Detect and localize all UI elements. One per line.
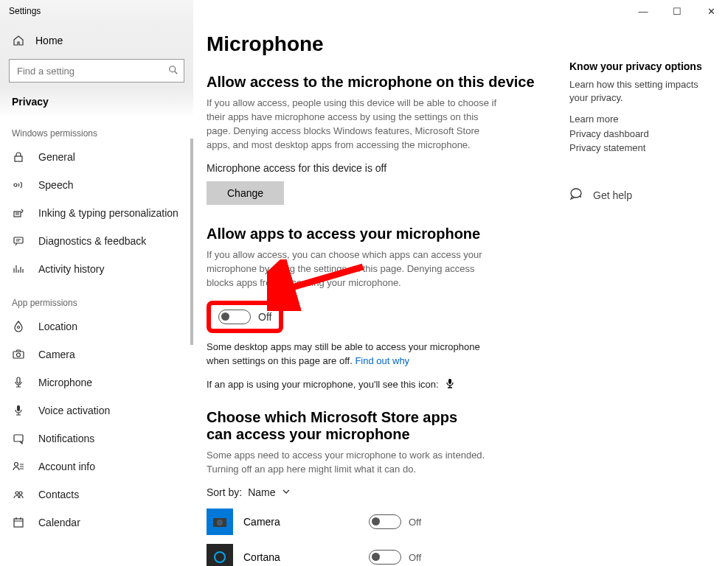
svg-rect-14: [14, 519, 23, 527]
minimize-button[interactable]: —: [626, 0, 660, 22]
get-help-link[interactable]: Get help: [569, 186, 717, 204]
windows-permissions-heading: Windows permissions: [0, 113, 193, 143]
sidebar-item-label: Voice activation: [38, 405, 110, 416]
microphone-icon: [12, 376, 25, 389]
sidebar: Settings Home Privacy Windows permission…: [0, 0, 193, 566]
svg-point-7: [17, 353, 21, 357]
allow-apps-toggle-label: Off: [258, 311, 271, 323]
section-allow-device-heading: Allow access to the microphone on this d…: [207, 74, 561, 91]
voice-activation-icon: [12, 404, 25, 417]
search-icon: [168, 65, 178, 77]
svg-rect-1: [15, 156, 22, 161]
svg-rect-10: [14, 435, 23, 441]
sidebar-item-label: Camera: [38, 349, 75, 360]
maximize-button[interactable]: ☐: [660, 0, 694, 22]
camera-app-icon: [207, 509, 233, 535]
sidebar-item-label: Diagnostics & feedback: [38, 235, 146, 247]
sidebar-item-label: General: [38, 151, 75, 163]
sidebar-item-label: Location: [38, 321, 77, 332]
inking-icon: [12, 206, 25, 220]
sidebar-item-diagnostics[interactable]: Diagnostics & feedback: [0, 227, 193, 255]
notifications-icon: [12, 432, 25, 445]
sort-value: Name: [248, 486, 275, 498]
allow-apps-toggle[interactable]: [218, 310, 251, 324]
cortana-app-icon: [207, 544, 233, 566]
section-store-apps-desc: Some apps need to access your microphone…: [207, 449, 502, 477]
svg-rect-6: [13, 352, 24, 358]
sidebar-item-activity[interactable]: Activity history: [0, 255, 193, 283]
desktop-apps-note: Some desktop apps may still be able to a…: [207, 340, 502, 368]
svg-point-12: [15, 492, 18, 495]
main-content: Microphone Allow access to the microphon…: [207, 0, 561, 566]
privacy-dashboard-link[interactable]: Privacy dashboard: [569, 127, 717, 142]
device-access-status: Microphone access for this device is off: [207, 162, 561, 174]
section-allow-device-desc: If you allow access, people using this d…: [207, 97, 502, 152]
right-panel: Know your privacy options Learn how this…: [569, 60, 717, 204]
app-name: Cortana: [243, 551, 369, 563]
svg-point-5: [18, 326, 20, 329]
sidebar-item-general[interactable]: General: [0, 143, 193, 171]
mic-icon-line: If an app is using your microphone, you'…: [207, 379, 561, 391]
sidebar-item-label: Speech: [38, 179, 73, 191]
svg-rect-9: [17, 405, 20, 411]
scrollbar[interactable]: [190, 139, 193, 559]
svg-rect-4: [14, 237, 23, 243]
sidebar-item-account-info[interactable]: Account info: [0, 453, 193, 481]
sidebar-item-camera[interactable]: Camera: [0, 340, 193, 368]
microphone-indicator-icon: [446, 379, 454, 391]
calendar-icon: [12, 516, 25, 529]
sidebar-item-calendar[interactable]: Calendar: [0, 509, 193, 537]
speech-icon: [12, 178, 25, 192]
svg-point-22: [580, 196, 581, 198]
scrollbar-thumb[interactable]: [190, 139, 193, 345]
app-name: Camera: [243, 516, 369, 528]
feedback-icon: [12, 234, 25, 248]
sidebar-item-label: Notifications: [38, 433, 94, 444]
sort-label: Sort by:: [207, 486, 242, 498]
sidebar-item-label: Microphone: [38, 377, 92, 388]
sidebar-item-speech[interactable]: Speech: [0, 171, 193, 199]
get-help-label: Get help: [593, 189, 632, 201]
search-input[interactable]: [9, 59, 184, 83]
annotation-highlight: Off: [207, 301, 283, 333]
svg-point-13: [19, 492, 22, 495]
camera-app-toggle[interactable]: [369, 514, 401, 529]
sidebar-item-notifications[interactable]: Notifications: [0, 424, 193, 453]
learn-more-link[interactable]: Learn more: [569, 112, 717, 127]
help-icon: [569, 186, 584, 204]
sidebar-item-label: Contacts: [38, 489, 79, 500]
find-out-why-link[interactable]: Find out why: [355, 355, 409, 366]
privacy-heading: Privacy: [0, 83, 193, 113]
activity-icon: [12, 262, 25, 276]
section-store-apps-heading: Choose which Microsoft Store apps can ac…: [207, 409, 487, 443]
close-button[interactable]: ✕: [694, 0, 728, 22]
sidebar-item-microphone[interactable]: Microphone: [0, 368, 193, 396]
cortana-app-toggle[interactable]: [369, 550, 401, 565]
privacy-statement-link[interactable]: Privacy statement: [569, 141, 717, 156]
cortana-app-toggle-label: Off: [409, 552, 421, 563]
privacy-options-heading: Know your privacy options: [569, 60, 717, 72]
sort-by-row[interactable]: Sort by: Name: [207, 486, 561, 498]
svg-point-11: [15, 463, 18, 467]
sidebar-item-voice-activation[interactable]: Voice activation: [0, 396, 193, 424]
home-label: Home: [35, 35, 63, 46]
window-title: Settings: [0, 0, 193, 22]
camera-icon: [12, 348, 25, 361]
home-icon: [12, 34, 25, 47]
lock-icon: [12, 150, 25, 164]
home-nav[interactable]: Home: [0, 25, 193, 56]
contacts-icon: [12, 488, 25, 501]
privacy-options-desc: Learn how this setting impacts your priv…: [569, 78, 717, 105]
svg-rect-8: [17, 377, 20, 383]
camera-app-toggle-label: Off: [409, 517, 421, 528]
sidebar-item-contacts[interactable]: Contacts: [0, 481, 193, 509]
sidebar-item-inking[interactable]: Inking & typing personalization: [0, 199, 193, 227]
change-button[interactable]: Change: [207, 181, 284, 205]
location-icon: [12, 320, 25, 333]
sidebar-item-location[interactable]: Location: [0, 312, 193, 340]
svg-point-19: [215, 552, 225, 562]
app-row-cortana: Cortana Off: [207, 544, 561, 566]
sidebar-item-label: Inking & typing personalization: [38, 207, 178, 219]
svg-rect-15: [448, 379, 451, 384]
app-row-camera: Camera Off: [207, 509, 561, 535]
